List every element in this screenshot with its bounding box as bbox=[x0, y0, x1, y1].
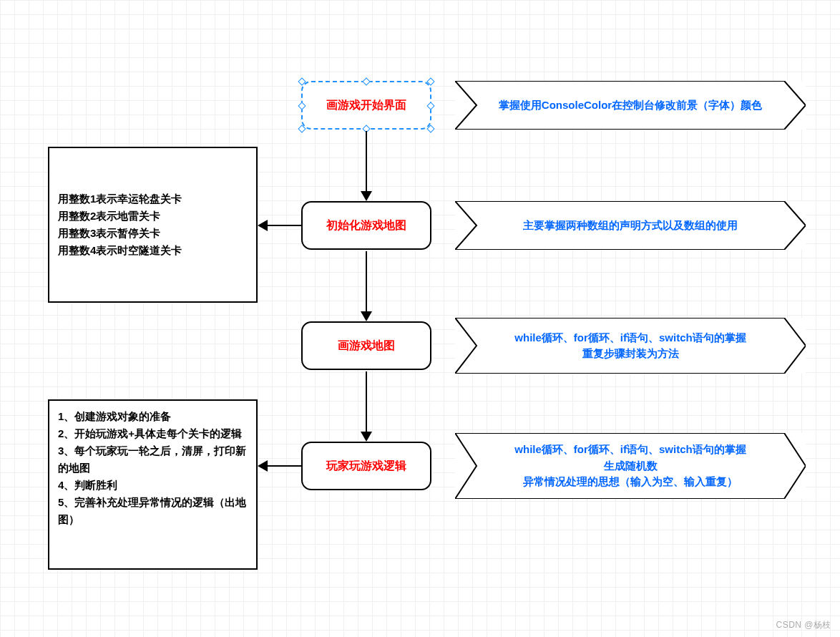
arrowhead-down-icon bbox=[361, 191, 372, 201]
note-line: 4、判断胜利 bbox=[58, 477, 248, 494]
connector bbox=[268, 225, 301, 226]
note-line: 1、创建游戏对象的准备 bbox=[58, 408, 248, 425]
step-draw-start-ui[interactable]: 画游戏开始界面 bbox=[301, 81, 431, 130]
note-line: 用整数3表示暂停关卡 bbox=[58, 225, 248, 242]
info-text: 主要掌握两种数组的声明方式以及数组的使用 bbox=[523, 218, 738, 234]
arrowhead-down-icon bbox=[361, 311, 372, 321]
info-text-line: while循环、for循环、if语句、switch语句的掌握 bbox=[514, 442, 746, 458]
step-label: 玩家玩游戏逻辑 bbox=[326, 459, 406, 474]
info-random-exceptions: while循环、for循环、if语句、switch语句的掌握 生成随机数 异常情… bbox=[455, 433, 806, 499]
note-line: 用整数4表示时空隧道关卡 bbox=[58, 242, 248, 259]
connector bbox=[366, 131, 367, 191]
note-line: 用整数2表示地雷关卡 bbox=[58, 208, 248, 225]
step-label: 画游戏开始界面 bbox=[326, 98, 406, 113]
step-play-logic[interactable]: 玩家玩游戏逻辑 bbox=[301, 442, 431, 490]
info-text-line: 重复步骤封装为方法 bbox=[582, 346, 679, 362]
info-text-line: while循环、for循环、if语句、switch语句的掌握 bbox=[514, 330, 746, 346]
connector bbox=[268, 465, 301, 467]
note-line: 2、开始玩游戏+具体走每个关卡的逻辑 bbox=[58, 425, 248, 442]
connector bbox=[366, 371, 367, 432]
step-draw-map[interactable]: 画游戏地图 bbox=[301, 321, 431, 370]
note-line: 5、完善补充处理异常情况的逻辑（出地图） bbox=[58, 494, 248, 528]
info-console-color: 掌握使用ConsoleColor在控制台修改前景（字体）颜色 bbox=[455, 81, 806, 130]
arrowhead-down-icon bbox=[361, 432, 372, 442]
note-line: 3、每个玩家玩一轮之后，清屏，打印新的地图 bbox=[58, 442, 248, 477]
note-integer-codes: 用整数1表示幸运轮盘关卡 用整数2表示地雷关卡 用整数3表示暂停关卡 用整数4表… bbox=[48, 147, 258, 303]
watermark: CSDN @杨枝 bbox=[776, 619, 831, 631]
info-text: 掌握使用ConsoleColor在控制台修改前景（字体）颜色 bbox=[499, 97, 762, 114]
note-line: 用整数1表示幸运轮盘关卡 bbox=[58, 190, 248, 208]
connector bbox=[366, 251, 367, 311]
arrowhead-left-icon bbox=[258, 460, 268, 472]
arrowhead-left-icon bbox=[258, 220, 268, 231]
step-label: 初始化游戏地图 bbox=[326, 218, 406, 233]
step-label: 画游戏地图 bbox=[338, 339, 395, 354]
step-init-map[interactable]: 初始化游戏地图 bbox=[301, 201, 431, 250]
info-loops-methods: while循环、for循环、if语句、switch语句的掌握 重复步骤封装为方法 bbox=[455, 318, 806, 374]
info-text-line: 异常情况处理的思想（输入为空、输入重复） bbox=[523, 474, 738, 490]
note-play-steps: 1、创建游戏对象的准备 2、开始玩游戏+具体走每个关卡的逻辑 3、每个玩家玩一轮… bbox=[48, 399, 258, 570]
info-text-line: 生成随机数 bbox=[604, 458, 658, 475]
info-arrays: 主要掌握两种数组的声明方式以及数组的使用 bbox=[455, 201, 806, 250]
